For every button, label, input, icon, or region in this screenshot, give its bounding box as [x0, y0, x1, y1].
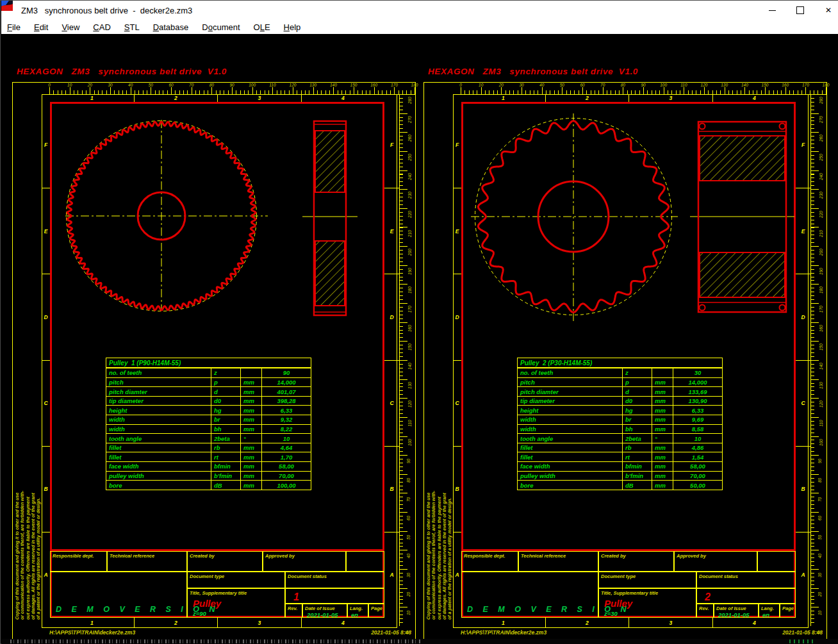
table-cell-label: pulley width	[518, 472, 622, 481]
cell-document-type: Document type	[598, 572, 696, 588]
table-cell-label: bore	[106, 481, 211, 490]
close-button[interactable]: ✕	[824, 6, 833, 15]
cell-rev: Rev.	[285, 604, 302, 618]
cell-title-label: Title, Supplementary title	[601, 590, 658, 596]
cell-page-label: Page	[782, 606, 794, 611]
menu-item-document[interactable]: Document	[202, 22, 240, 32]
table-cell-label: height	[518, 406, 622, 415]
menu-item-stl[interactable]: STL	[124, 22, 140, 32]
table-cell-symbol: rt	[622, 452, 652, 461]
table-cell-symbol: hg	[622, 406, 652, 415]
table-row: pitchpmm14,000	[518, 377, 722, 387]
table-cell-unit: mm	[240, 443, 261, 452]
cell-approved-by: Approved by	[674, 551, 757, 572]
cell-created-by: Created by	[187, 551, 263, 572]
table-cell-symbol: b'fmin	[622, 472, 652, 481]
table-row: face widthbfminmm58,00	[106, 461, 311, 471]
menu-item-ole[interactable]: OLE	[254, 22, 270, 32]
footer-datetime: 2021-01-05 8:48	[782, 629, 823, 636]
footer-file-path: H:\APPS\TP\TRAIN\decker2e.zm3	[49, 629, 135, 636]
cell-title-label: Title, Supplementary title	[190, 590, 247, 596]
table-cell-symbol: b'fmin	[211, 472, 240, 481]
copyright-line: of damages. All rights are reserved in t…	[31, 404, 36, 620]
cell-page: Page	[368, 604, 384, 618]
cell-created-by-label: Created by	[601, 553, 626, 559]
table-title: Pulley 1 (P90-H14M-55)	[106, 358, 311, 368]
table-row: filletrbmm4,64	[106, 443, 311, 452]
footer-datetime: 2021-01-05 8:48	[371, 629, 411, 636]
sheet-number: 2	[705, 591, 711, 603]
menu-item-file[interactable]: File	[7, 22, 21, 32]
table-row: pitch diamterdmm133,69	[518, 386, 722, 396]
table-cell-label: face width	[106, 462, 211, 471]
table-cell-symbol: d	[211, 387, 240, 396]
minimize-button[interactable]	[768, 6, 776, 15]
table-cell-unit: mm	[652, 425, 673, 434]
status-clipped-text	[10, 640, 420, 643]
sheet-border: 0102030405060708090100110120130140150160…	[423, 82, 827, 640]
table-cell-value: 8,22	[261, 425, 311, 434]
table-cell-label: no. of teeth	[518, 368, 622, 377]
pulley-data-table: Pulley 1 (P90-H14M-55)no. of teethz90pit…	[106, 358, 311, 490]
table-row: tip diameterd0mm130,90	[518, 396, 722, 406]
table-cell-symbol: br	[622, 415, 652, 424]
table-cell-value: 133,69	[673, 387, 722, 396]
table-cell-label: pitch	[106, 378, 211, 387]
menu-item-cad[interactable]: CAD	[93, 22, 110, 32]
menu-item-view[interactable]: View	[62, 22, 79, 32]
window-title: ZM3 synchronous belt drive - decker2e.zm…	[21, 6, 192, 15]
drawing-canvas[interactable]: HEXAGON ZM3 synchronous belt drive V1.00…	[1, 34, 838, 639]
table-cell-symbol: z	[211, 368, 240, 377]
cell-document-status: Document status	[285, 572, 384, 588]
table-cell-unit: mm	[240, 462, 261, 471]
table-cell-unit: mm	[652, 406, 673, 415]
status-clipped-text-right	[789, 640, 815, 643]
lang-value: en	[762, 611, 769, 618]
table-cell-label: face width	[518, 462, 622, 471]
table-cell-label: width	[518, 415, 622, 424]
table-cell-label: width	[518, 425, 622, 434]
cell-lang: Lang.en	[759, 604, 780, 618]
table-cell-symbol: bfmin	[211, 462, 240, 471]
sheet-header: HEXAGON ZM3 synchronous belt drive V1.0	[17, 67, 227, 76]
table-cell-value: 50,00	[673, 481, 722, 490]
table-cell-label: tip diameter	[518, 397, 622, 406]
sheet-header: HEXAGON ZM3 synchronous belt drive V1.0	[428, 67, 638, 76]
drawing-sheet-2[interactable]: HEXAGON ZM3 synchronous belt drive V1.00…	[423, 34, 834, 639]
menu-item-edit[interactable]: Edit	[34, 22, 48, 32]
document-subtitle: z=30	[604, 610, 618, 617]
table-row: filletrtmm1,54	[518, 452, 722, 461]
menu-item-help[interactable]: Help	[284, 22, 301, 32]
cell-demo: D E M O V E R S I O N	[461, 572, 598, 618]
table-row: tip diameterd0mm398,28	[106, 396, 311, 406]
table-cell-unit	[240, 368, 261, 377]
cell-empty-top	[346, 551, 384, 572]
table-cell-value: 4,86	[673, 443, 722, 452]
table-cell-label: pulley width	[106, 472, 211, 481]
cell-created-by-label: Created by	[190, 553, 215, 559]
table-cell-value: 130,90	[673, 397, 722, 406]
cell-document-type-label: Document type	[190, 574, 224, 579]
table-cell-unit: mm	[652, 378, 673, 387]
cell-date-of-issue-label: Date of Issue	[716, 606, 746, 611]
cell-technical-reference: Technical reference	[107, 551, 187, 572]
table-cell-unit: mm	[240, 425, 261, 434]
cell-document-type-label: Document type	[601, 574, 636, 579]
table-row: widthbhmm8,58	[518, 424, 722, 434]
status-bar	[1, 639, 838, 644]
table-cell-value: 30	[673, 368, 722, 377]
drawing-sheet-1[interactable]: HEXAGON ZM3 synchronous belt drive V1.00…	[12, 34, 422, 639]
table-cell-symbol: hg	[211, 406, 240, 415]
table-row: heighthgmm6,33	[518, 405, 722, 415]
menu-item-database[interactable]: Database	[153, 22, 189, 32]
table-row: pulley widthb'fminmm70,00	[518, 471, 722, 481]
maximize-button[interactable]	[796, 6, 805, 15]
cell-lang-label: Lang.	[350, 606, 363, 611]
table-cell-value: 9,69	[673, 415, 722, 424]
cell-technical-reference-label: Technical reference	[110, 553, 154, 559]
table-row: tooth angle2beta°10	[106, 433, 311, 443]
table-cell-label: fillet	[106, 452, 211, 461]
table-cell-symbol: bfmin	[622, 462, 652, 471]
table-cell-unit: mm	[652, 387, 673, 396]
cell-rev-label: Rev.	[288, 606, 297, 611]
